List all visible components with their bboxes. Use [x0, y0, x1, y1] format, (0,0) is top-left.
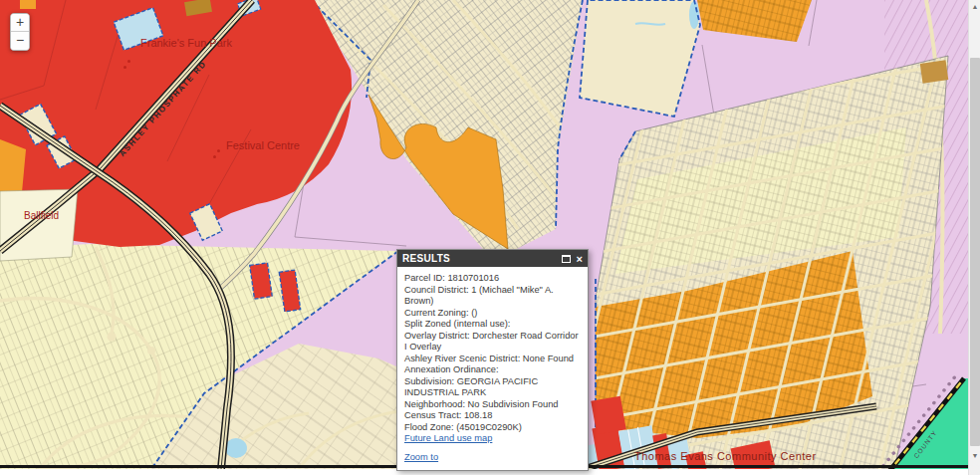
close-icon[interactable]: ×	[577, 254, 583, 264]
field-council-district: Council District: 1 (Michael "Mike" A. B…	[404, 285, 581, 308]
field-census-tract: Census Tract: 108.18	[404, 410, 581, 422]
results-popup-title: RESULTS	[402, 253, 562, 264]
vertical-scrollbar[interactable]: ▲ ▼	[968, 0, 980, 475]
maximize-icon[interactable]	[562, 255, 571, 263]
field-neighborhood: Neighborhood: No Subdivision Found	[404, 399, 581, 411]
scrollbar-thumb[interactable]	[970, 58, 980, 446]
results-popup-titlebar[interactable]: RESULTS ×	[397, 250, 588, 267]
gold-parcel	[920, 60, 949, 83]
future-land-use-link[interactable]: Future Land use map	[404, 433, 581, 445]
field-split-zoned: Split Zoned (internal use):	[404, 319, 581, 331]
popup-window-icons: ×	[562, 254, 583, 264]
field-subdivision: Subdivision: GEORGIA PACIFIC INDUSTRIAL …	[404, 376, 581, 399]
field-overlay-district: Overlay District: Dorchester Road Corrid…	[404, 331, 581, 354]
field-annexation-ordinance: Annexation Ordinance:	[404, 364, 581, 376]
scrollbar-down-icon[interactable]: ▼	[969, 450, 980, 462]
field-parcel-id: Parcel ID: 1810701016	[404, 273, 581, 285]
results-popup-body: Parcel ID: 1810701016 Council District: …	[397, 267, 588, 470]
field-current-zoning: Current Zoning: ()	[404, 308, 581, 320]
poi-marker	[123, 66, 126, 69]
scrollbar-up-icon[interactable]: ▲	[969, 1, 980, 13]
map-viewport: Frankie's Fun Park Festival Centre Ballf…	[0, 0, 980, 475]
results-popup: RESULTS × Parcel ID: 1810701016 Council …	[396, 249, 589, 471]
zoom-control: + −	[10, 13, 30, 51]
field-flood-zone: Flood Zone: (45019C0290K)	[404, 422, 581, 434]
poi-marker	[127, 60, 130, 63]
poi-marker	[213, 155, 216, 158]
zoom-in-button[interactable]: +	[11, 14, 29, 32]
pond	[225, 438, 247, 458]
poi-marker	[217, 149, 220, 152]
field-ashley-river-scenic: Ashley River Scenic District: None Found	[404, 354, 581, 365]
zoom-out-button[interactable]: −	[11, 32, 29, 50]
zoom-to-link[interactable]: Zoom to	[404, 452, 581, 464]
